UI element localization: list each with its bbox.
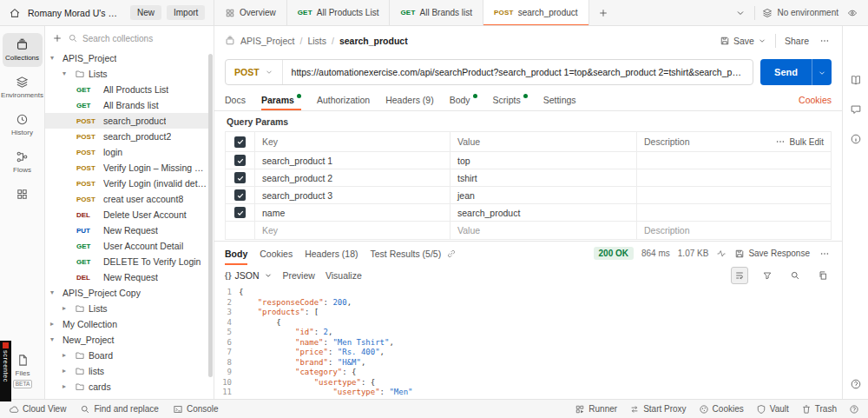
- open-request-tab[interactable]: GET All Products List: [287, 0, 391, 25]
- documentation-icon[interactable]: [850, 74, 862, 86]
- method-selector[interactable]: POST: [226, 60, 283, 84]
- send-button[interactable]: Send: [760, 59, 812, 85]
- param-description[interactable]: [637, 187, 831, 203]
- start-proxy-button[interactable]: Start Proxy: [629, 404, 686, 415]
- environment-eye-icon[interactable]: [845, 6, 859, 20]
- tree-item[interactable]: POST login: [45, 144, 208, 160]
- chevron-icon[interactable]: [50, 289, 59, 296]
- sidebar-nav-history[interactable]: History: [3, 108, 43, 142]
- share-button[interactable]: Share: [785, 36, 809, 46]
- home-button[interactable]: [7, 5, 23, 21]
- console-button[interactable]: Console: [173, 404, 219, 415]
- param-value[interactable]: top: [450, 152, 637, 169]
- tree-item[interactable]: Board: [45, 348, 208, 363]
- more-options-button[interactable]: [818, 34, 832, 48]
- request-subtab[interactable]: Headers (9): [385, 89, 433, 110]
- cookies-link[interactable]: Cookies: [799, 95, 832, 105]
- help-icon[interactable]: [850, 378, 862, 390]
- param-value[interactable]: search_product: [450, 204, 637, 221]
- request-subtab[interactable]: Authorization: [317, 89, 370, 110]
- response-tab[interactable]: Test Results (5/5): [370, 242, 441, 265]
- breadcrumb-folder[interactable]: Lists: [307, 36, 326, 46]
- send-options-button[interactable]: [812, 59, 832, 85]
- param-checkbox[interactable]: [234, 172, 246, 183]
- tree-item[interactable]: APIS_Project Copy: [45, 285, 208, 301]
- visualize-button[interactable]: Visualize: [326, 270, 362, 281]
- param-key[interactable]: search_product 1: [255, 152, 450, 169]
- select-all-checkbox[interactable]: [234, 136, 246, 148]
- copy-response-button[interactable]: [814, 267, 832, 284]
- sidebar-nav-environments[interactable]: Environments: [3, 70, 43, 104]
- request-subtab[interactable]: Docs: [225, 89, 246, 110]
- preview-button[interactable]: Preview: [283, 270, 315, 281]
- param-description[interactable]: [637, 169, 831, 186]
- tree-item[interactable]: POST search_product2: [45, 129, 208, 144]
- param-checkbox[interactable]: [234, 155, 246, 166]
- new-button[interactable]: New: [130, 5, 161, 20]
- response-tab[interactable]: Cookies: [260, 242, 293, 265]
- tree-item[interactable]: GET All Products List: [45, 82, 208, 97]
- filter-button[interactable]: [759, 267, 776, 284]
- tree-item[interactable]: DEL New Request: [45, 269, 208, 285]
- import-button[interactable]: Import: [167, 5, 205, 20]
- network-info-icon[interactable]: [716, 249, 727, 259]
- open-request-tab[interactable]: POST search_product: [483, 0, 589, 25]
- cloud-view-button[interactable]: Cloud View: [9, 404, 66, 415]
- response-body[interactable]: 1{2 "responseCode": 200,3 "products": [4…: [214, 286, 842, 399]
- format-selector[interactable]: { } JSON: [225, 270, 273, 281]
- tree-item[interactable]: POST search_product: [45, 113, 208, 129]
- sidebar-nav-flows[interactable]: Flows: [3, 145, 43, 179]
- trash-button[interactable]: Trash: [801, 404, 837, 415]
- tree-item[interactable]: POST creat user account8: [45, 191, 208, 207]
- tree-item[interactable]: cards: [45, 379, 208, 395]
- tree-item[interactable]: POST Verify Login – Missing Email: [45, 160, 208, 176]
- open-request-tab[interactable]: GET All Brands list: [390, 0, 483, 25]
- request-subtab[interactable]: Settings: [543, 89, 576, 110]
- param-description-placeholder[interactable]: Description: [637, 222, 831, 239]
- response-tab[interactable]: Headers (18): [305, 242, 358, 265]
- tree-item[interactable]: New_Project: [45, 332, 208, 348]
- info-icon[interactable]: [850, 133, 862, 145]
- chevron-icon[interactable]: [62, 70, 71, 77]
- response-more-button[interactable]: [818, 247, 832, 261]
- param-description[interactable]: [637, 204, 831, 221]
- environment-selector[interactable]: No environment: [762, 8, 838, 18]
- param-value[interactable]: tshirt: [450, 169, 637, 186]
- breadcrumb-collection[interactable]: APIS_Project: [240, 36, 294, 46]
- param-value[interactable]: jean: [450, 187, 637, 203]
- chevron-icon[interactable]: [50, 55, 59, 62]
- chevron-icon[interactable]: [62, 368, 71, 375]
- request-subtab[interactable]: Body: [450, 89, 477, 110]
- find-replace-button[interactable]: Find and replace: [80, 404, 159, 415]
- param-key[interactable]: search_product 2: [255, 169, 450, 186]
- chevron-icon[interactable]: [62, 383, 71, 390]
- chevron-icon[interactable]: [50, 336, 59, 343]
- link-icon[interactable]: [446, 249, 457, 259]
- param-key[interactable]: name: [255, 204, 450, 221]
- chevron-icon[interactable]: [62, 305, 71, 312]
- runner-button[interactable]: Runner: [575, 404, 617, 415]
- chevron-icon[interactable]: [50, 321, 59, 328]
- new-tab-button[interactable]: [589, 0, 617, 25]
- search-collections-input[interactable]: Search collections: [68, 33, 207, 43]
- open-request-tab[interactable]: Overview: [214, 0, 287, 25]
- sidebar-nav-collections[interactable]: Collections: [3, 33, 43, 67]
- url-input[interactable]: https://automationexercise.com/api/searc…: [283, 67, 753, 77]
- tree-item[interactable]: PUT New Request: [45, 222, 208, 238]
- wrap-text-button[interactable]: [731, 267, 748, 284]
- param-description[interactable]: [637, 152, 831, 169]
- tree-item[interactable]: GET DELETE To Verify Login: [45, 254, 208, 269]
- tree-item[interactable]: GET All Brands list: [45, 97, 208, 113]
- tab-list-chevron[interactable]: [733, 6, 747, 20]
- comments-icon[interactable]: [850, 103, 862, 116]
- tree-item[interactable]: POST Verify Login (invalid details): [45, 176, 208, 191]
- cookies-button[interactable]: Cookies: [699, 404, 744, 415]
- add-collection-button[interactable]: [52, 33, 62, 43]
- tree-item[interactable]: My Collection: [45, 316, 208, 332]
- tree-item[interactable]: Lists: [45, 66, 208, 82]
- sidebar-nav-more[interactable]: [3, 182, 43, 206]
- param-key-placeholder[interactable]: Key: [255, 222, 450, 239]
- search-response-button[interactable]: [786, 267, 804, 284]
- tree-item[interactable]: lists: [45, 363, 208, 379]
- save-button[interactable]: Save: [720, 36, 766, 46]
